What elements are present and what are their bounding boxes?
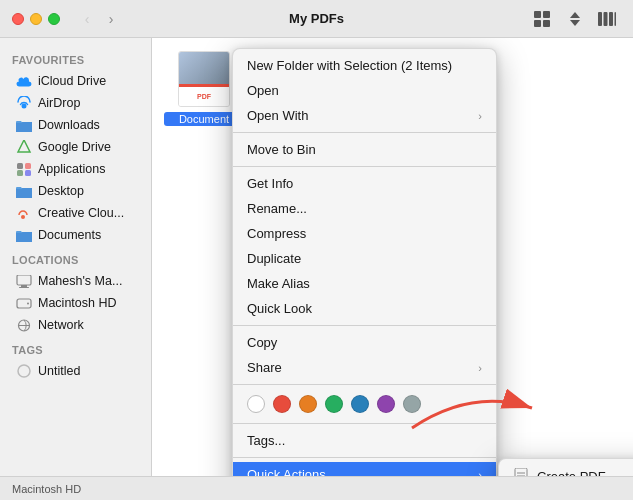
sidebar-item-creative-cloud[interactable]: Creative Clou...: [4, 202, 147, 224]
ctx-color-tags: [233, 389, 496, 419]
svg-rect-18: [21, 285, 27, 287]
status-bar: Macintosh HD: [0, 476, 633, 500]
ctx-tags[interactable]: Tags...: [233, 428, 496, 453]
ctx-sep-1: [233, 132, 496, 133]
svg-marker-11: [18, 140, 30, 152]
color-green[interactable]: [325, 395, 343, 413]
color-none[interactable]: [247, 395, 265, 413]
quick-actions-submenu: Create PDF PDF to JPG Customise...: [498, 458, 633, 476]
window-controls: [12, 13, 60, 25]
ctx-new-folder[interactable]: New Folder with Selection (2 Items): [233, 53, 496, 78]
locations-label: Locations: [0, 246, 151, 270]
tags-label: Tags: [0, 336, 151, 360]
svg-rect-12: [17, 163, 23, 169]
sidebar-item-documents-label: Documents: [38, 228, 101, 242]
title-bar: ‹ › My PDFs: [0, 0, 633, 38]
svg-rect-17: [17, 275, 31, 285]
documents-folder-icon: [16, 227, 32, 243]
sidebar-item-airdrop-label: AirDrop: [38, 96, 80, 110]
sidebar-item-downloads-label: Downloads: [38, 118, 100, 132]
minimize-button[interactable]: [30, 13, 42, 25]
ctx-quick-actions[interactable]: Quick Actions › Create PDF PDF to J: [233, 462, 496, 476]
color-gray[interactable]: [403, 395, 421, 413]
view-controls: [529, 8, 621, 30]
sidebar-item-macintosh-hd[interactable]: Macintosh HD: [4, 292, 147, 314]
svg-rect-7: [604, 12, 608, 26]
icloud-icon: [16, 73, 32, 89]
svg-marker-5: [570, 20, 580, 26]
ctx-get-info[interactable]: Get Info: [233, 171, 496, 196]
sidebar-item-documents[interactable]: Documents: [4, 224, 147, 246]
create-pdf-icon: [513, 468, 529, 476]
ctx-duplicate[interactable]: Duplicate: [233, 246, 496, 271]
close-button[interactable]: [12, 13, 24, 25]
svg-rect-19: [19, 287, 29, 288]
applications-icon: [16, 161, 32, 177]
mac-icon: [16, 273, 32, 289]
window-title: My PDFs: [289, 11, 344, 26]
nav-arrows: ‹ ›: [76, 8, 122, 30]
desktop-icon: [16, 183, 32, 199]
svg-rect-2: [534, 20, 541, 27]
color-red[interactable]: [273, 395, 291, 413]
svg-marker-4: [570, 12, 580, 18]
ctx-move-to-bin[interactable]: Move to Bin: [233, 137, 496, 162]
sidebar-item-downloads[interactable]: Downloads: [4, 114, 147, 136]
sidebar-item-google-drive[interactable]: Google Drive: [4, 136, 147, 158]
sidebar-item-untitled-tag[interactable]: Untitled: [4, 360, 147, 382]
svg-rect-6: [598, 12, 602, 26]
ctx-make-alias[interactable]: Make Alias: [233, 271, 496, 296]
grid-view-icon[interactable]: [529, 8, 557, 30]
sidebar-item-icloud-label: iCloud Drive: [38, 74, 106, 88]
svg-rect-1: [543, 11, 550, 18]
ctx-compress[interactable]: Compress: [233, 221, 496, 246]
svg-rect-14: [17, 170, 23, 176]
sidebar: Favourites iCloud Drive AirDrop Download…: [0, 38, 152, 476]
share-arrow: ›: [478, 362, 482, 374]
ctx-open[interactable]: Open: [233, 78, 496, 103]
sidebar-item-mahesh-label: Mahesh's Ma...: [38, 274, 122, 288]
ctx-sep-6: [233, 457, 496, 458]
ctx-sep-4: [233, 384, 496, 385]
ctx-open-with[interactable]: Open With ›: [233, 103, 496, 128]
ctx-quick-look[interactable]: Quick Look: [233, 296, 496, 321]
color-blue[interactable]: [351, 395, 369, 413]
svg-point-21: [27, 302, 29, 304]
sidebar-item-desktop[interactable]: Desktop: [4, 180, 147, 202]
ctx-sep-3: [233, 325, 496, 326]
columns-view-icon[interactable]: [593, 8, 621, 30]
sidebar-item-airdrop[interactable]: AirDrop: [4, 92, 147, 114]
sidebar-item-icloud[interactable]: iCloud Drive: [4, 70, 147, 92]
ctx-sep-2: [233, 166, 496, 167]
ctx-copy[interactable]: Copy: [233, 330, 496, 355]
creative-cloud-icon: [16, 205, 32, 221]
sidebar-item-mahesh[interactable]: Mahesh's Ma...: [4, 270, 147, 292]
file-area: PDF Document New Folder with Selection (…: [152, 38, 633, 476]
open-with-arrow: ›: [478, 110, 482, 122]
svg-rect-8: [609, 12, 613, 26]
quick-actions-arrow: ›: [478, 469, 482, 477]
color-orange[interactable]: [299, 395, 317, 413]
back-button[interactable]: ‹: [76, 8, 98, 30]
color-purple[interactable]: [377, 395, 395, 413]
svg-rect-15: [25, 170, 31, 176]
svg-rect-25: [515, 468, 527, 476]
sidebar-item-hd-label: Macintosh HD: [38, 296, 117, 310]
forward-button[interactable]: ›: [100, 8, 122, 30]
sidebar-item-network[interactable]: Network: [4, 314, 147, 336]
sidebar-item-applications[interactable]: Applications: [4, 158, 147, 180]
svg-rect-3: [543, 20, 550, 27]
maximize-button[interactable]: [48, 13, 60, 25]
tag-icon: [16, 363, 32, 379]
ctx-sep-5: [233, 423, 496, 424]
status-text: Macintosh HD: [12, 483, 81, 495]
ctx-rename[interactable]: Rename...: [233, 196, 496, 221]
ctx-share[interactable]: Share ›: [233, 355, 496, 380]
hd-icon: [16, 295, 32, 311]
sidebar-item-untitled-label: Untitled: [38, 364, 80, 378]
network-icon: [16, 317, 32, 333]
sub-create-pdf[interactable]: Create PDF: [499, 463, 633, 476]
create-pdf-label: Create PDF: [537, 469, 606, 477]
svg-point-24: [18, 365, 30, 377]
sort-icon[interactable]: [561, 8, 589, 30]
